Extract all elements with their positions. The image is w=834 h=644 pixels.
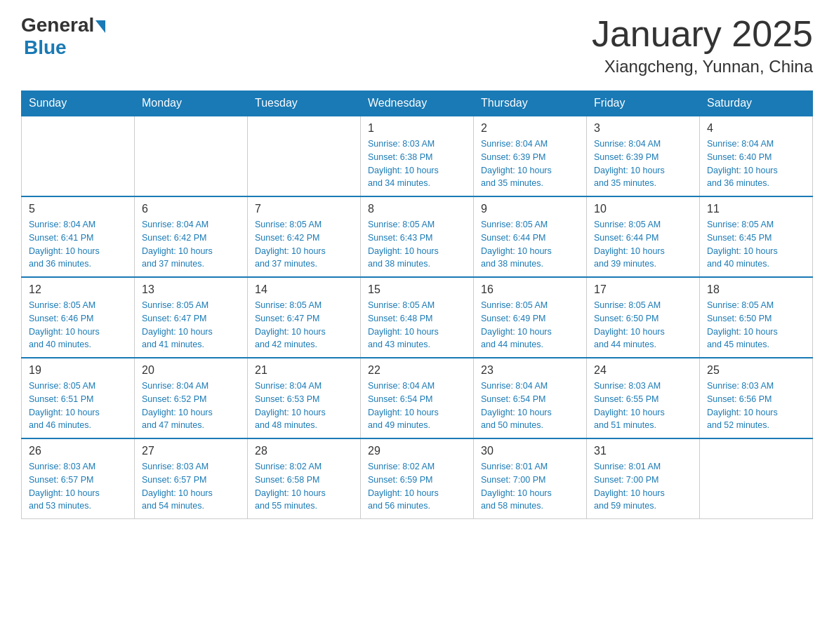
- week-row-2: 5Sunrise: 8:04 AM Sunset: 6:41 PM Daylig…: [22, 196, 813, 277]
- week-row-4: 19Sunrise: 8:05 AM Sunset: 6:51 PM Dayli…: [22, 358, 813, 438]
- day-info: Sunrise: 8:04 AM Sunset: 6:41 PM Dayligh…: [29, 218, 127, 271]
- calendar-cell: 1Sunrise: 8:03 AM Sunset: 6:38 PM Daylig…: [361, 116, 474, 196]
- day-number: 11: [707, 203, 805, 215]
- title-section: January 2025 Xiangcheng, Yunnan, China: [592, 14, 813, 76]
- calendar-cell: 22Sunrise: 8:04 AM Sunset: 6:54 PM Dayli…: [361, 358, 474, 438]
- day-number: 28: [255, 445, 353, 457]
- day-number: 5: [29, 203, 127, 215]
- calendar-cell: 2Sunrise: 8:04 AM Sunset: 6:39 PM Daylig…: [474, 116, 587, 196]
- week-row-5: 26Sunrise: 8:03 AM Sunset: 6:57 PM Dayli…: [22, 438, 813, 519]
- calendar-cell: 31Sunrise: 8:01 AM Sunset: 7:00 PM Dayli…: [587, 438, 700, 519]
- calendar-cell: 9Sunrise: 8:05 AM Sunset: 6:44 PM Daylig…: [474, 196, 587, 277]
- day-number: 21: [255, 364, 353, 377]
- day-info: Sunrise: 8:05 AM Sunset: 6:48 PM Dayligh…: [368, 299, 466, 351]
- day-number: 20: [142, 364, 240, 377]
- calendar-cell: 28Sunrise: 8:02 AM Sunset: 6:58 PM Dayli…: [248, 438, 361, 519]
- calendar-cell: [248, 116, 361, 196]
- calendar-cell: [135, 116, 248, 196]
- day-info: Sunrise: 8:04 AM Sunset: 6:39 PM Dayligh…: [594, 137, 692, 190]
- day-info: Sunrise: 8:05 AM Sunset: 6:50 PM Dayligh…: [594, 299, 692, 351]
- calendar-cell: [700, 438, 813, 519]
- calendar-cell: 26Sunrise: 8:03 AM Sunset: 6:57 PM Dayli…: [22, 438, 135, 519]
- day-number: 31: [594, 445, 692, 457]
- day-info: Sunrise: 8:05 AM Sunset: 6:50 PM Dayligh…: [707, 299, 805, 351]
- col-saturday: Saturday: [700, 91, 813, 116]
- calendar-cell: 19Sunrise: 8:05 AM Sunset: 6:51 PM Dayli…: [22, 358, 135, 438]
- calendar-cell: 27Sunrise: 8:03 AM Sunset: 6:57 PM Dayli…: [135, 438, 248, 519]
- day-number: 13: [142, 283, 240, 296]
- calendar-cell: 7Sunrise: 8:05 AM Sunset: 6:42 PM Daylig…: [248, 196, 361, 277]
- day-info: Sunrise: 8:05 AM Sunset: 6:47 PM Dayligh…: [255, 299, 353, 351]
- day-info: Sunrise: 8:05 AM Sunset: 6:42 PM Dayligh…: [255, 218, 353, 271]
- day-number: 22: [368, 364, 466, 377]
- calendar-subtitle: Xiangcheng, Yunnan, China: [592, 57, 813, 76]
- col-wednesday: Wednesday: [361, 91, 474, 116]
- day-number: 7: [255, 203, 353, 215]
- day-number: 12: [29, 283, 127, 296]
- calendar-cell: 18Sunrise: 8:05 AM Sunset: 6:50 PM Dayli…: [700, 277, 813, 358]
- calendar-cell: 10Sunrise: 8:05 AM Sunset: 6:44 PM Dayli…: [587, 196, 700, 277]
- day-number: 26: [29, 445, 127, 457]
- day-info: Sunrise: 8:05 AM Sunset: 6:43 PM Dayligh…: [368, 218, 466, 271]
- calendar-cell: 6Sunrise: 8:04 AM Sunset: 6:42 PM Daylig…: [135, 196, 248, 277]
- calendar-cell: 8Sunrise: 8:05 AM Sunset: 6:43 PM Daylig…: [361, 196, 474, 277]
- day-number: 3: [594, 122, 692, 135]
- day-info: Sunrise: 8:02 AM Sunset: 6:59 PM Dayligh…: [368, 460, 466, 513]
- day-number: 24: [594, 364, 692, 377]
- day-info: Sunrise: 8:02 AM Sunset: 6:58 PM Dayligh…: [255, 460, 353, 513]
- calendar-cell: 5Sunrise: 8:04 AM Sunset: 6:41 PM Daylig…: [22, 196, 135, 277]
- logo-arrow-icon: [95, 20, 105, 33]
- col-tuesday: Tuesday: [248, 91, 361, 116]
- day-info: Sunrise: 8:05 AM Sunset: 6:49 PM Dayligh…: [481, 299, 579, 351]
- calendar-cell: 21Sunrise: 8:04 AM Sunset: 6:53 PM Dayli…: [248, 358, 361, 438]
- day-number: 19: [29, 364, 127, 377]
- day-number: 4: [707, 122, 805, 135]
- calendar-cell: 12Sunrise: 8:05 AM Sunset: 6:46 PM Dayli…: [22, 277, 135, 358]
- calendar-cell: 4Sunrise: 8:04 AM Sunset: 6:40 PM Daylig…: [700, 116, 813, 196]
- day-number: 1: [368, 122, 466, 135]
- calendar-header-row: Sunday Monday Tuesday Wednesday Thursday…: [22, 91, 813, 116]
- day-number: 23: [481, 364, 579, 377]
- day-info: Sunrise: 8:03 AM Sunset: 6:57 PM Dayligh…: [142, 460, 240, 513]
- page-header: General Blue January 2025 Xiangcheng, Yu…: [21, 14, 813, 76]
- day-number: 8: [368, 203, 466, 215]
- day-info: Sunrise: 8:04 AM Sunset: 6:53 PM Dayligh…: [255, 380, 353, 432]
- day-number: 18: [707, 283, 805, 296]
- day-number: 9: [481, 203, 579, 215]
- col-monday: Monday: [135, 91, 248, 116]
- day-number: 6: [142, 203, 240, 215]
- calendar-cell: 13Sunrise: 8:05 AM Sunset: 6:47 PM Dayli…: [135, 277, 248, 358]
- day-number: 30: [481, 445, 579, 457]
- calendar-cell: 30Sunrise: 8:01 AM Sunset: 7:00 PM Dayli…: [474, 438, 587, 519]
- day-info: Sunrise: 8:04 AM Sunset: 6:54 PM Dayligh…: [481, 380, 579, 432]
- day-info: Sunrise: 8:04 AM Sunset: 6:40 PM Dayligh…: [707, 137, 805, 190]
- calendar-cell: 29Sunrise: 8:02 AM Sunset: 6:59 PM Dayli…: [361, 438, 474, 519]
- col-thursday: Thursday: [474, 91, 587, 116]
- col-friday: Friday: [587, 91, 700, 116]
- day-info: Sunrise: 8:01 AM Sunset: 7:00 PM Dayligh…: [481, 460, 579, 513]
- calendar-title: January 2025: [592, 14, 813, 54]
- day-info: Sunrise: 8:03 AM Sunset: 6:38 PM Dayligh…: [368, 137, 466, 190]
- col-sunday: Sunday: [22, 91, 135, 116]
- calendar-cell: 11Sunrise: 8:05 AM Sunset: 6:45 PM Dayli…: [700, 196, 813, 277]
- logo-general-text: General: [21, 14, 94, 36]
- calendar-cell: 15Sunrise: 8:05 AM Sunset: 6:48 PM Dayli…: [361, 277, 474, 358]
- day-number: 2: [481, 122, 579, 135]
- day-info: Sunrise: 8:03 AM Sunset: 6:57 PM Dayligh…: [29, 460, 127, 513]
- day-info: Sunrise: 8:04 AM Sunset: 6:39 PM Dayligh…: [481, 137, 579, 190]
- day-number: 25: [707, 364, 805, 377]
- calendar-cell: 3Sunrise: 8:04 AM Sunset: 6:39 PM Daylig…: [587, 116, 700, 196]
- day-info: Sunrise: 8:05 AM Sunset: 6:46 PM Dayligh…: [29, 299, 127, 351]
- calendar-cell: 23Sunrise: 8:04 AM Sunset: 6:54 PM Dayli…: [474, 358, 587, 438]
- day-info: Sunrise: 8:01 AM Sunset: 7:00 PM Dayligh…: [594, 460, 692, 513]
- day-number: 29: [368, 445, 466, 457]
- day-info: Sunrise: 8:05 AM Sunset: 6:44 PM Dayligh…: [594, 218, 692, 271]
- day-info: Sunrise: 8:03 AM Sunset: 6:56 PM Dayligh…: [707, 380, 805, 432]
- week-row-1: 1Sunrise: 8:03 AM Sunset: 6:38 PM Daylig…: [22, 116, 813, 196]
- calendar-cell: 25Sunrise: 8:03 AM Sunset: 6:56 PM Dayli…: [700, 358, 813, 438]
- day-number: 14: [255, 283, 353, 296]
- day-info: Sunrise: 8:04 AM Sunset: 6:42 PM Dayligh…: [142, 218, 240, 271]
- day-info: Sunrise: 8:05 AM Sunset: 6:47 PM Dayligh…: [142, 299, 240, 351]
- logo: General Blue: [21, 14, 105, 59]
- calendar-cell: 14Sunrise: 8:05 AM Sunset: 6:47 PM Dayli…: [248, 277, 361, 358]
